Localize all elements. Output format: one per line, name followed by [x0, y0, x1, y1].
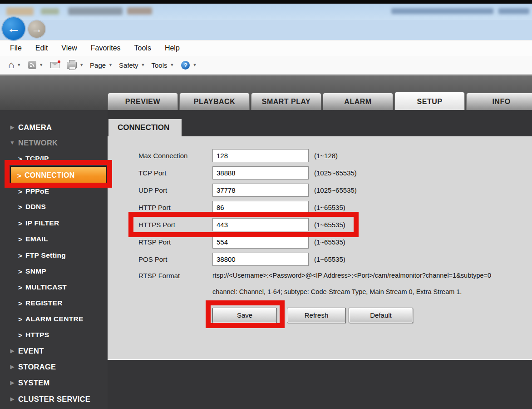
forward-button[interactable]: →: [27, 20, 46, 39]
rtsp-format-label: RTSP Format: [138, 272, 180, 279]
connection-section-tab[interactable]: CONNECTION: [108, 119, 182, 136]
collapsed-triangle-icon: ▶: [6, 396, 18, 402]
tools-menu-button[interactable]: Tools: [151, 61, 167, 69]
window-title-blurred: [498, 8, 529, 14]
annotation-box-connection: [5, 160, 112, 188]
page-dropdown-caret-icon[interactable]: ▼: [108, 63, 113, 67]
sidebar-item-snmp[interactable]: > SNMP: [0, 264, 108, 278]
udp-port-label: UDP Port: [138, 184, 167, 197]
pos-port-input[interactable]: [212, 253, 309, 266]
sidebar-item-camera[interactable]: ▶ CAMERA: [0, 120, 108, 134]
rtsp-port-range: (1~65535): [314, 235, 345, 249]
home-icon[interactable]: ⌂: [8, 60, 14, 70]
max-connection-range: (1~128): [314, 149, 338, 162]
tab-setup[interactable]: SETUP: [394, 92, 465, 110]
browser-menubar: File Edit View Favorites Tools Help: [0, 40, 532, 56]
connection-form-panel: Max Connection (1~128) TCP Port (1025~65…: [108, 136, 532, 360]
print-icon[interactable]: [67, 62, 77, 69]
chevron-right-icon: >: [18, 284, 25, 291]
menu-favorites[interactable]: Favorites: [91, 44, 121, 52]
toolbar-icons-blurred: [127, 7, 152, 15]
sidebar-item-event[interactable]: ▶ EVENT: [0, 344, 108, 358]
sidebar-item-network[interactable]: ▼ NETWORK: [0, 136, 108, 150]
page-menu-button[interactable]: Page: [90, 61, 106, 69]
sidebar-item-multicast[interactable]: > MULTICAST: [0, 280, 108, 294]
sidebar-item-ip-filter[interactable]: > IP FILTER: [0, 216, 108, 230]
sidebar-item-ftp-setting[interactable]: > FTP Setting: [0, 249, 108, 262]
print-dropdown-caret-icon[interactable]: ▼: [79, 63, 84, 67]
help-icon[interactable]: ?: [181, 61, 190, 70]
chevron-right-icon: >: [18, 331, 25, 339]
setup-sidebar: ▶ CAMERA ▼ NETWORK > TCP/IP > CONNECTION…: [0, 110, 108, 409]
rss-feed-icon[interactable]: [28, 61, 36, 69]
sidebar-item-system[interactable]: ▶ SYSTEM: [0, 376, 108, 389]
window-top-edge: [0, 0, 532, 4]
sidebar-item-register[interactable]: > REGISTER: [0, 296, 108, 310]
tcp-port-range: (1025~65535): [314, 166, 357, 180]
browser-navigation-row: http://172.16.13.103:86/ ▼ ↻ ZM HTTP 500…: [0, 20, 532, 40]
menu-tools[interactable]: Tools: [134, 44, 151, 52]
rtsp-format-note: channel: Channel, 1-64; subtype: Code-St…: [212, 288, 462, 295]
sidebar-item-alarm-centre[interactable]: > ALARM CENTRE: [0, 312, 108, 326]
tcp-port-input[interactable]: [212, 166, 309, 180]
sidebar-item-https[interactable]: > HTTPS: [0, 328, 108, 342]
tab-preview[interactable]: PREVIEW: [108, 93, 178, 110]
rtsp-port-label: RTSP Port: [138, 235, 171, 249]
expanded-triangle-icon: ▼: [6, 140, 18, 146]
menu-view[interactable]: View: [61, 44, 77, 52]
refresh-button[interactable]: Refresh: [287, 308, 346, 323]
collapsed-triangle-icon: ▶: [6, 379, 18, 386]
chevron-right-icon: >: [18, 235, 25, 243]
browser-commandbar: ⌂ ▼ ▼ ▼ Page ▼ Safety ▼ Tools ▼ ? ▼: [0, 56, 532, 75]
annotation-box-https-port: [128, 212, 359, 237]
max-connection-label: Max Connection: [138, 149, 187, 162]
sidebar-item-email[interactable]: > EMAIL: [0, 232, 108, 246]
back-button[interactable]: ←: [1, 16, 26, 41]
tab-playback[interactable]: PLAYBACK: [179, 93, 250, 110]
mail-icon[interactable]: [50, 62, 59, 68]
safety-dropdown-caret-icon[interactable]: ▼: [141, 63, 145, 67]
tcp-port-label: TCP Port: [138, 166, 166, 180]
toolbar-icons-blurred: [68, 7, 123, 15]
window-titlebar: [0, 4, 532, 20]
sidebar-item-storage[interactable]: ▶ STORAGE: [0, 360, 108, 374]
max-connection-input[interactable]: [212, 149, 309, 162]
menu-help[interactable]: Help: [165, 44, 180, 52]
chevron-right-icon: >: [18, 268, 25, 275]
sidebar-item-ddns[interactable]: > DDNS: [0, 200, 108, 214]
chevron-right-icon: >: [18, 252, 25, 259]
pos-port-range: (1~65535): [314, 253, 345, 266]
home-dropdown-caret-icon[interactable]: ▼: [17, 63, 21, 67]
tab-alarm[interactable]: ALARM: [323, 93, 393, 110]
collapsed-triangle-icon: ▶: [6, 348, 18, 354]
rss-dropdown-caret-icon[interactable]: ▼: [39, 63, 43, 67]
collapsed-triangle-icon: ▶: [6, 364, 18, 370]
collapsed-triangle-icon: ▶: [6, 124, 18, 130]
udp-port-input[interactable]: [212, 184, 309, 197]
main-nav-tabs: PREVIEW PLAYBACK SMART PLAY ALARM SETUP …: [108, 93, 532, 110]
udp-port-range: (1025~65535): [314, 184, 357, 197]
toolbar-icons-blurred: [41, 8, 59, 15]
chevron-right-icon: >: [18, 188, 25, 195]
annotation-box-save: [206, 300, 285, 328]
chevron-right-icon: >: [18, 219, 25, 227]
default-button[interactable]: Default: [349, 308, 413, 323]
rtsp-format-value: rtsp://<Username>:<Password>@<IP Address…: [212, 272, 491, 279]
chevron-right-icon: >: [18, 203, 25, 211]
pos-port-label: POS Port: [138, 253, 167, 266]
toolbar-icons-blurred: [6, 7, 34, 15]
tools-dropdown-caret-icon[interactable]: ▼: [170, 63, 174, 67]
tab-info[interactable]: INFO: [466, 93, 532, 110]
sidebar-item-cluster-service[interactable]: ▶ CLUSTER SERVICE: [0, 392, 108, 406]
chevron-right-icon: >: [18, 299, 25, 307]
tab-smart-play[interactable]: SMART PLAY: [251, 93, 321, 110]
help-dropdown-caret-icon[interactable]: ▼: [192, 63, 197, 67]
chevron-right-icon: >: [18, 315, 25, 323]
rtsp-port-input[interactable]: [212, 235, 309, 249]
window-title-blurred: [391, 8, 493, 14]
menu-edit[interactable]: Edit: [35, 44, 48, 52]
safety-menu-button[interactable]: Safety: [119, 61, 138, 69]
menu-file[interactable]: File: [10, 44, 22, 52]
